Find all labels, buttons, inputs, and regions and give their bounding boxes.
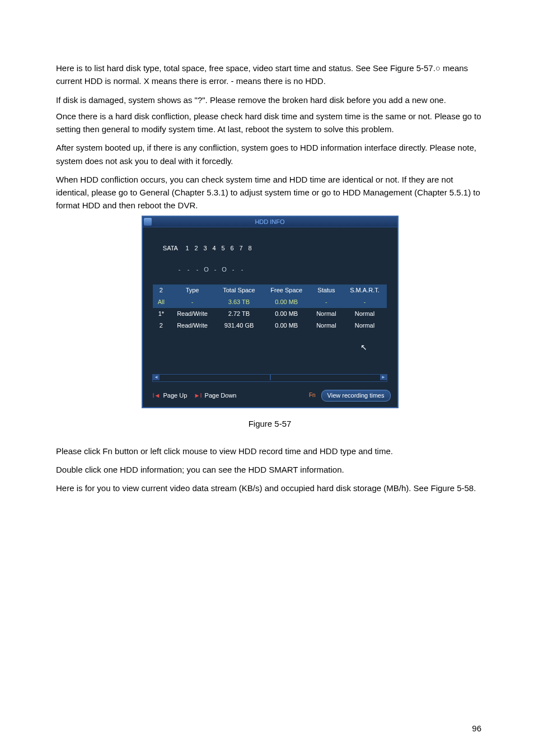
cell: 2 xyxy=(153,320,170,332)
cell: - xyxy=(310,296,343,308)
cell: Read/Write xyxy=(170,308,216,320)
sata-header-row: SATA 12345678 xyxy=(143,227,397,265)
table-header-row: 2 Type Total Space Free Space Status S.M… xyxy=(153,284,387,296)
sata-label: SATA xyxy=(163,245,178,251)
paragraph: Here is to list hard disk type, total sp… xyxy=(56,62,484,88)
table-row[interactable]: All - 3.63 TB 0.00 MB - - xyxy=(153,296,387,308)
paragraph: Double click one HDD information; you ca… xyxy=(56,463,484,476)
cell: 0.00 MB xyxy=(263,308,310,320)
sata-status: - xyxy=(211,265,220,274)
sata-status: - xyxy=(229,265,238,274)
scroll-right-icon[interactable]: ► xyxy=(380,375,387,380)
col-free-space[interactable]: Free Space xyxy=(263,284,310,296)
cell: 2.72 TB xyxy=(215,308,263,320)
hdd-info-dialog: HDD INFO SATA 12345678 ---O-O-- 2 Type T… xyxy=(142,216,399,408)
paragraph: Here is for you to view current video da… xyxy=(56,482,484,494)
table-row[interactable]: 1* Read/Write 2.72 TB 0.00 MB Normal Nor… xyxy=(153,308,387,320)
page-down-button[interactable]: Page Down xyxy=(205,392,237,399)
paragraph: When HDD confliction occurs, you can che… xyxy=(56,173,484,212)
scroll-left-icon[interactable]: ◄ xyxy=(153,375,160,380)
cell: - xyxy=(170,296,216,308)
sata-col: 3 xyxy=(201,244,210,253)
scroll-thumb[interactable] xyxy=(270,375,271,380)
sata-col: 8 xyxy=(246,244,255,253)
cell: Normal xyxy=(310,320,343,332)
cell: Normal xyxy=(343,308,387,320)
page-up-button[interactable]: Page Up xyxy=(163,392,188,399)
paragraph: After system booted up, if there is any … xyxy=(56,141,484,167)
cell: Read/Write xyxy=(170,320,216,332)
dialog-titlebar[interactable]: HDD INFO xyxy=(143,217,397,227)
sata-status-row: ---O-O-- xyxy=(143,265,397,284)
cell: 0.00 MB xyxy=(263,296,310,308)
sata-status: - xyxy=(184,265,193,274)
fn-button[interactable]: Fn xyxy=(308,391,317,400)
page-number: 96 xyxy=(472,722,481,735)
table-row[interactable]: 2 Read/Write 931.40 GB 0.00 MB Normal No… xyxy=(153,320,387,332)
cell: 0.00 MB xyxy=(263,320,310,332)
pager: I◄ Page Up ►I Page Down xyxy=(153,391,237,400)
cell: 1* xyxy=(153,308,170,320)
sata-col: 4 xyxy=(210,244,219,253)
sata-status: O xyxy=(202,265,211,274)
hdd-table: 2 Type Total Space Free Space Status S.M… xyxy=(153,284,387,332)
horizontal-scrollbar[interactable]: ◄ ► xyxy=(152,374,387,382)
view-recording-times-button[interactable]: View recording times xyxy=(321,390,391,402)
sata-col: 6 xyxy=(228,244,237,253)
cell: All xyxy=(153,296,170,308)
cell: Normal xyxy=(310,308,343,320)
sata-status: - xyxy=(238,265,247,274)
sata-col: 2 xyxy=(192,244,201,253)
dialog-title: HDD INFO xyxy=(143,217,397,227)
col-smart[interactable]: S.M.A.R.T. xyxy=(343,284,387,296)
cell: 931.40 GB xyxy=(215,320,263,332)
cell: Normal xyxy=(343,320,387,332)
paragraph: Once there is a hard disk confliction, p… xyxy=(56,110,484,136)
col-type[interactable]: Type xyxy=(170,284,216,296)
sata-col: 1 xyxy=(183,244,192,253)
cursor-icon: ↖ xyxy=(143,342,397,354)
col-status[interactable]: Status xyxy=(310,284,343,296)
cell: - xyxy=(343,296,387,308)
sata-status: - xyxy=(175,265,184,274)
page-down-icon: ►I xyxy=(194,392,202,399)
sata-status: O xyxy=(220,265,229,274)
page-up-icon: I◄ xyxy=(153,392,161,399)
col-index[interactable]: 2 xyxy=(153,284,170,296)
figure-caption: Figure 5-57 xyxy=(56,417,484,430)
cell: 3.63 TB xyxy=(215,296,263,308)
paragraph: Please click Fn button or left click mou… xyxy=(56,445,484,458)
sata-col: 5 xyxy=(219,244,228,253)
sata-col: 7 xyxy=(237,244,246,253)
paragraph: If disk is damaged, system shows as "?".… xyxy=(56,94,484,106)
sata-status: - xyxy=(193,265,202,274)
col-total-space[interactable]: Total Space xyxy=(215,284,263,296)
